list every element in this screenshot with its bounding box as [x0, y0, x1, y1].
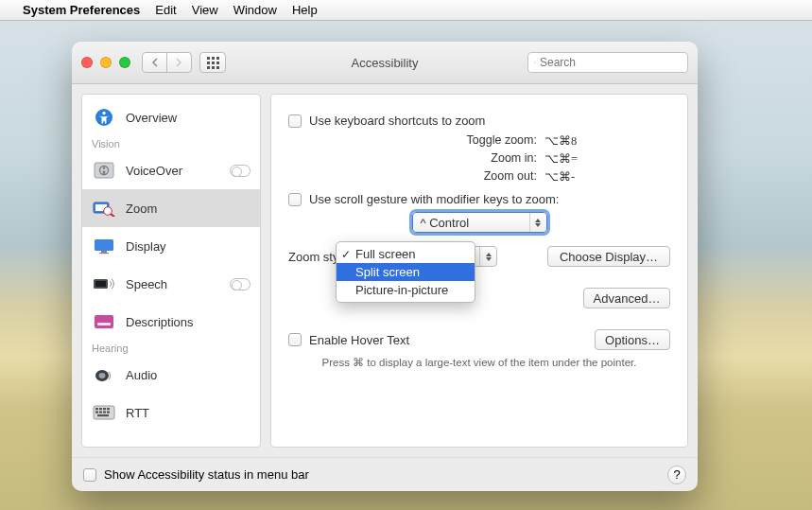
display-icon [92, 237, 116, 255]
zoom-in-keys: ⌥⌘= [544, 151, 578, 167]
keyboard-shortcuts-label: Use keyboard shortcuts to zoom [309, 114, 485, 128]
forward-button[interactable] [166, 52, 192, 73]
nav-buttons [142, 52, 192, 73]
sidebar-item-label: VoiceOver [126, 164, 182, 178]
sidebar-item-descriptions[interactable]: Descriptions [82, 303, 260, 341]
help-button[interactable]: ? [667, 466, 686, 484]
keyboard-shortcuts-checkbox[interactable] [288, 114, 302, 128]
menu-item-picture-in-picture[interactable]: Picture-in-picture [337, 281, 475, 299]
titlebar: Accessibility [72, 42, 698, 84]
zoom-icon [92, 199, 116, 218]
svg-rect-13 [95, 315, 113, 328]
sidebar-item-label: Zoom [126, 202, 157, 216]
svg-rect-12 [95, 281, 106, 287]
menu-edit[interactable]: Edit [155, 3, 176, 17]
menu-item-split-screen[interactable]: Split screen [337, 263, 475, 281]
row-scroll-gesture: Use scroll gesture with modifier keys to… [288, 192, 670, 206]
zoom-panel: Use keyboard shortcuts to zoom Toggle zo… [270, 94, 688, 448]
menu-window[interactable]: Window [233, 3, 277, 17]
close-button[interactable] [81, 57, 93, 68]
sidebar: Overview Vision VoiceOver Zoom D [81, 94, 261, 448]
menu-item-label: Split screen [355, 265, 420, 279]
modifier-key-value: ^ Control [421, 216, 470, 230]
menu-help[interactable]: Help [292, 3, 318, 17]
sidebar-item-speech[interactable]: Speech [82, 265, 260, 303]
hover-text-hint: Press ⌘ to display a large-text view of … [288, 356, 670, 369]
chevron-right-icon [176, 58, 182, 67]
descriptions-icon [92, 312, 116, 331]
svg-rect-25 [107, 412, 110, 413]
rtt-icon [92, 403, 116, 422]
svg-rect-10 [99, 253, 109, 254]
zoom-button[interactable] [119, 57, 130, 68]
menu-item-label: Full screen [355, 247, 416, 261]
menu-item-full-screen[interactable]: ✓ Full screen [337, 245, 475, 263]
scroll-gesture-label: Use scroll gesture with modifier keys to… [309, 192, 559, 206]
status-menubar-checkbox[interactable] [83, 468, 96, 482]
grid-icon [207, 57, 219, 69]
sidebar-item-overview[interactable]: Overview [82, 98, 260, 136]
svg-rect-18 [95, 408, 98, 410]
menu-view[interactable]: View [192, 3, 218, 17]
sidebar-item-label: Overview [126, 111, 177, 125]
row-keyboard-shortcuts: Use keyboard shortcuts to zoom [288, 114, 670, 128]
scroll-gesture-checkbox[interactable] [288, 193, 302, 206]
updown-arrows-icon [479, 247, 496, 266]
advanced-button[interactable]: Advanced… [583, 288, 670, 308]
accessibility-icon [92, 108, 116, 127]
options-button[interactable]: Options… [595, 329, 670, 350]
minimize-button[interactable] [100, 57, 112, 68]
svg-rect-9 [101, 251, 107, 253]
footer: Show Accessibility status in menu bar ? [72, 457, 698, 491]
toggle-indicator [230, 165, 251, 177]
menubar: System Preferences Edit View Window Help [0, 0, 812, 21]
sidebar-item-voiceover[interactable]: VoiceOver [82, 151, 260, 189]
menu-item-label: Picture-in-picture [355, 283, 448, 297]
chevron-left-icon [151, 58, 158, 67]
modifier-key-dropdown[interactable]: ^ Control [412, 212, 547, 233]
choose-display-button[interactable]: Choose Display… [547, 246, 670, 267]
svg-rect-8 [95, 239, 113, 251]
search-icon [534, 57, 536, 68]
checkmark-icon: ✓ [341, 248, 351, 261]
sidebar-category-hearing: Hearing [82, 341, 260, 356]
svg-point-1 [102, 112, 105, 114]
shortcut-list: Toggle zoom: ⌥⌘8 Zoom in: ⌥⌘= Zoom out: … [288, 133, 670, 185]
svg-rect-14 [97, 323, 111, 325]
hover-text-checkbox[interactable] [288, 333, 302, 346]
sidebar-category-vision: Vision [82, 136, 260, 151]
sidebar-item-rtt[interactable]: RTT [82, 394, 260, 431]
svg-rect-21 [107, 408, 110, 410]
svg-rect-23 [99, 412, 102, 413]
sidebar-item-label: RTT [126, 406, 149, 420]
svg-point-4 [103, 167, 105, 169]
sidebar-item-label: Audio [126, 368, 157, 382]
updown-arrows-icon [529, 213, 546, 232]
sidebar-item-zoom[interactable]: Zoom [82, 189, 260, 227]
svg-rect-19 [99, 408, 102, 410]
speech-icon [92, 274, 116, 293]
sidebar-item-label: Speech [126, 277, 167, 291]
status-menubar-label: Show Accessibility status in menu bar [104, 467, 309, 482]
search-field[interactable] [527, 52, 688, 73]
svg-rect-20 [103, 408, 106, 410]
search-input[interactable] [540, 56, 682, 69]
toggle-zoom-label: Toggle zoom: [381, 133, 537, 149]
svg-point-16 [99, 373, 106, 378]
sidebar-item-display[interactable]: Display [82, 227, 260, 265]
zoom-out-label: Zoom out: [381, 169, 537, 185]
app-menu[interactable]: System Preferences [23, 3, 140, 17]
back-button[interactable] [142, 52, 167, 73]
hover-text-label: Enable Hover Text [309, 333, 409, 347]
zoom-out-keys: ⌥⌘- [544, 169, 578, 185]
voiceover-icon [92, 161, 116, 180]
sidebar-item-label: Descriptions [126, 315, 194, 329]
toggle-indicator [230, 278, 251, 290]
svg-rect-22 [95, 412, 98, 413]
sidebar-item-audio[interactable]: Audio [82, 356, 260, 394]
preferences-window: Accessibility Overview Vision VoiceOver [72, 42, 698, 491]
show-all-button[interactable] [199, 52, 226, 73]
svg-rect-2 [95, 163, 113, 178]
svg-rect-24 [103, 412, 106, 413]
toggle-zoom-keys: ⌥⌘8 [544, 133, 578, 149]
